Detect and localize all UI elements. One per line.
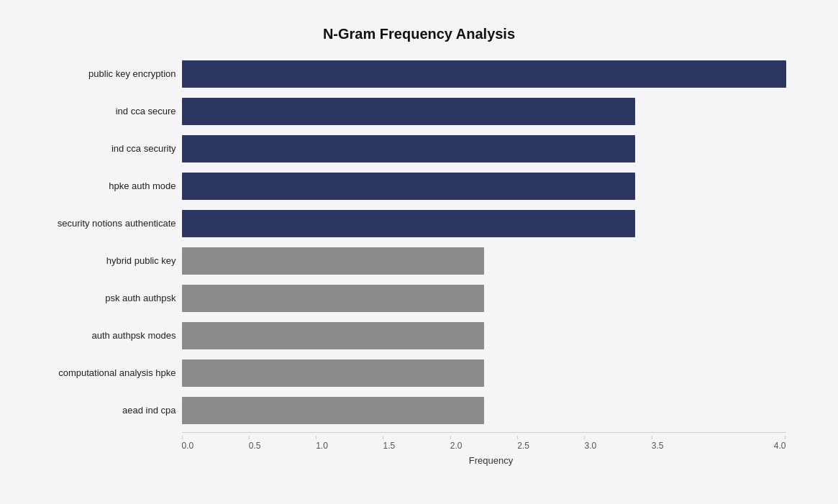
x-tick: 1.0 xyxy=(316,433,383,451)
bar-fill xyxy=(182,60,786,88)
x-tick-label: 2.0 xyxy=(450,441,463,451)
x-tick-label: 0.0 xyxy=(182,441,194,451)
bar-track xyxy=(182,322,786,349)
bar-track xyxy=(182,247,786,275)
bar-row: ind cca security xyxy=(182,130,786,168)
bar-fill xyxy=(182,247,484,275)
x-axis: 0.00.51.01.52.02.53.03.54.0 xyxy=(182,432,786,451)
bar-label: hpke auth mode xyxy=(40,180,176,191)
bar-label: ind cca security xyxy=(40,143,176,154)
x-tick-label: 3.5 xyxy=(652,441,664,451)
chart-container: N-Gram Frequency Analysis public key enc… xyxy=(24,12,815,493)
x-tick: 0.0 xyxy=(182,433,249,451)
bar-label: public key encryption xyxy=(40,68,176,79)
x-tick-label: 1.5 xyxy=(383,441,395,451)
bar-row: public key encryption xyxy=(182,55,786,93)
x-tick-line xyxy=(584,436,585,439)
x-tick: 2.0 xyxy=(450,433,517,451)
bar-track xyxy=(182,135,786,162)
bar-row: security notions authenticate xyxy=(182,205,786,242)
bar-fill xyxy=(182,98,635,125)
bar-row: hybrid public key xyxy=(182,242,786,280)
x-tick-line xyxy=(249,436,250,439)
x-tick: 0.5 xyxy=(249,433,316,451)
bar-row: computational analysis hpke xyxy=(182,354,786,392)
x-tick-line xyxy=(450,436,451,439)
bar-label: hybrid public key xyxy=(40,255,176,266)
x-tick-label: 2.5 xyxy=(517,441,529,451)
x-tick: 2.5 xyxy=(517,433,584,451)
bar-label: psk auth authpsk xyxy=(40,293,176,303)
bar-label: ind cca secure xyxy=(40,106,176,116)
bar-fill xyxy=(182,322,484,349)
chart-title: N-Gram Frequency Analysis xyxy=(38,26,801,42)
x-tick-label: 3.0 xyxy=(584,441,596,451)
bar-fill xyxy=(182,397,484,424)
x-axis-label: Frequency xyxy=(182,455,801,466)
bar-track xyxy=(182,98,786,125)
x-tick-line xyxy=(652,436,652,439)
bar-label: computational analysis hpke xyxy=(40,367,176,378)
x-tick-line xyxy=(182,436,183,439)
bar-track xyxy=(182,210,786,237)
x-tick: 3.0 xyxy=(584,433,651,451)
bar-label: security notions authenticate xyxy=(40,218,176,229)
bar-fill xyxy=(182,135,635,162)
bar-fill xyxy=(182,210,635,237)
bar-track xyxy=(182,359,786,387)
bar-fill xyxy=(182,173,635,200)
bar-track xyxy=(182,397,786,424)
x-tick-line xyxy=(785,436,785,439)
chart-inner: public key encryptionind cca secureind c… xyxy=(38,55,801,466)
x-tick: 3.5 xyxy=(652,433,719,451)
x-tick-line xyxy=(383,436,383,439)
bar-fill xyxy=(182,285,484,312)
bar-track xyxy=(182,285,786,312)
x-tick-line xyxy=(517,436,518,439)
bar-row: aead ind cpa xyxy=(182,392,786,429)
bar-track xyxy=(182,60,786,88)
x-tick-label: 1.0 xyxy=(316,441,328,451)
x-tick-label: 0.5 xyxy=(249,441,261,451)
bar-label: auth authpsk modes xyxy=(40,330,176,341)
bar-track xyxy=(182,173,786,200)
chart-area: public key encryptionind cca secureind c… xyxy=(182,55,786,429)
bar-row: hpke auth mode xyxy=(182,168,786,205)
x-tick: 4.0 xyxy=(719,433,785,451)
bar-row: psk auth authpsk xyxy=(182,280,786,317)
bar-row: ind cca secure xyxy=(182,93,786,130)
x-tick-label: 4.0 xyxy=(774,441,786,451)
x-tick-line xyxy=(316,436,316,439)
bar-label: aead ind cpa xyxy=(40,405,176,416)
bar-row: auth authpsk modes xyxy=(182,317,786,354)
x-tick: 1.5 xyxy=(383,433,450,451)
bar-fill xyxy=(182,359,484,387)
